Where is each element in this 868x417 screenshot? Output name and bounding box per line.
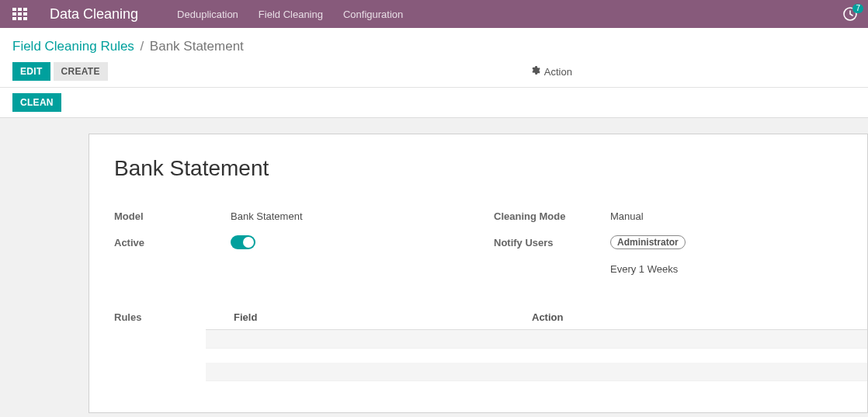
nav-item-deduplication[interactable]: Deduplication <box>177 9 238 20</box>
breadcrumb-current: Bank Statement <box>150 39 244 54</box>
table-row[interactable] <box>206 330 867 349</box>
nav-item-configuration[interactable]: Configuration <box>343 9 403 20</box>
svg-rect-6 <box>12 17 16 20</box>
value-cleaning-mode: Manual <box>610 210 644 222</box>
record-title: Bank Statement <box>114 156 842 181</box>
breadcrumb-parent[interactable]: Field Cleaning Rules <box>12 39 134 54</box>
notify-frequency: Every 1 Weeks <box>610 263 678 275</box>
label-rules: Rules <box>89 308 206 381</box>
value-model: Bank Statement <box>231 210 303 222</box>
active-toggle[interactable] <box>231 235 255 249</box>
activity-count: 7 <box>852 4 863 13</box>
nav-item-field-cleaning[interactable]: Field Cleaning <box>259 9 323 20</box>
svg-rect-8 <box>23 17 27 20</box>
svg-rect-4 <box>18 12 22 16</box>
apps-icon[interactable] <box>12 8 28 20</box>
activity-icon[interactable]: 7 <box>843 7 857 21</box>
gear-icon <box>530 65 540 78</box>
svg-rect-7 <box>18 17 22 20</box>
label-active: Active <box>114 237 231 248</box>
rules-col-field: Field <box>206 311 532 323</box>
clean-button[interactable]: Clean <box>12 93 61 112</box>
rules-col-action: Action <box>532 311 867 323</box>
app-title: Data Cleaning <box>50 6 138 23</box>
form-sheet: Bank Statement Model Bank Statement Acti… <box>89 134 868 413</box>
table-row[interactable] <box>206 363 867 381</box>
breadcrumb-sep: / <box>137 39 148 54</box>
svg-rect-2 <box>23 8 27 11</box>
nav-menu: Deduplication Field Cleaning Configurati… <box>177 9 403 20</box>
svg-rect-0 <box>12 8 16 11</box>
notify-user-tag[interactable]: Administrator <box>610 235 686 249</box>
label-notify-users: Notify Users <box>494 237 610 248</box>
action-dropdown[interactable]: Action <box>530 65 572 78</box>
breadcrumb: Field Cleaning Rules / Bank Statement <box>0 28 868 54</box>
svg-rect-1 <box>18 8 22 11</box>
create-button[interactable]: Create <box>54 62 108 81</box>
label-model: Model <box>114 210 231 222</box>
svg-rect-3 <box>12 12 16 16</box>
action-label: Action <box>544 66 572 78</box>
edit-button[interactable]: Edit <box>12 62 50 81</box>
label-cleaning-mode: Cleaning Mode <box>494 210 610 222</box>
svg-rect-5 <box>23 12 27 16</box>
rules-table: Field Action <box>206 308 867 381</box>
